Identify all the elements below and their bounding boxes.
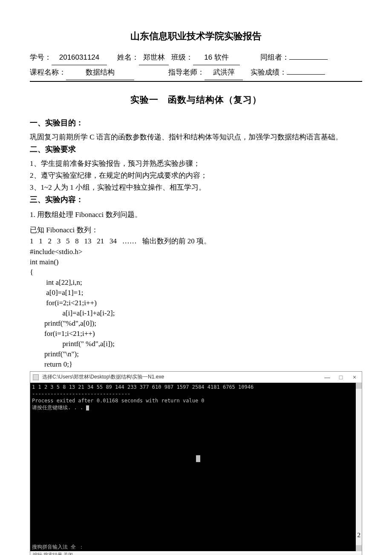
score-label: 实验成绩：: [251, 65, 287, 80]
section-3-heading: 三、实验内容：: [30, 194, 362, 205]
scrollbar-down-icon[interactable]: [356, 545, 362, 551]
report-title: 山东信息职业技术学院实验报告: [30, 30, 362, 43]
minimize-button[interactable]: —: [324, 374, 330, 381]
scrollbar-up-icon[interactable]: [356, 383, 362, 389]
console-line-1: 1 1 2 3 5 8 13 21 34 55 89 144 233 377 6…: [32, 384, 254, 390]
header-divider: [30, 81, 362, 82]
sec2-l3: 3、1~2 人为 1 小组，实验过程中独立操作、相互学习。: [30, 182, 362, 194]
partner-label: 同组者：: [260, 50, 289, 65]
teacher-label: 指导老师：: [168, 65, 205, 80]
class-label: 班级：: [171, 50, 193, 65]
course-value: 数据结构: [66, 65, 134, 80]
student-id-value: 2016031124: [52, 50, 107, 65]
editor-toolbar-fragment: 编辑 搜索结果 关闭: [30, 551, 362, 555]
class-value: 16 软件: [193, 50, 240, 65]
sec3-q2: 已知 Fibonacci 数列：: [30, 224, 362, 236]
header-row-2: 课程名称： 数据结构 指导老师： 武洪萍 实验成绩：: [30, 65, 362, 80]
close-button[interactable]: ×: [352, 374, 357, 381]
section-1-heading: 一、实验目的：: [30, 118, 362, 128]
console-title-text: 选择C:\Users\郑世林\Desktop\数据结构\实验一N1.exe: [42, 373, 324, 381]
course-label: 课程名称：: [30, 65, 66, 80]
section-2-heading: 二、实验要求: [30, 144, 362, 154]
score-value: [287, 74, 325, 75]
sec2-l1: 1、学生提前准备好实验报告，预习并熟悉实验步骤；: [30, 158, 362, 170]
maximize-button[interactable]: □: [338, 374, 344, 381]
console-titlebar[interactable]: 选择C:\Users\郑世林\Desktop\数据结构\实验一N1.exe — …: [30, 372, 362, 383]
console-app-icon: [33, 374, 39, 380]
cursor-icon: [86, 405, 89, 410]
vertical-scrollbar[interactable]: [356, 383, 362, 551]
page-number: 2: [357, 532, 361, 539]
console-line-3: Process exited after 0.01168 seconds wit…: [32, 398, 205, 404]
fibonacci-sequence-line: 1 1 2 3 5 8 13 21 34 …… 输出数列的前 20 项。: [30, 236, 362, 246]
name-label: 姓名：: [117, 50, 139, 65]
console-line-2: --------------------------------: [32, 391, 130, 397]
code-block: #include<stdio.h> int main() { int a[22]…: [30, 247, 362, 370]
sec2-l2: 2、遵守实验室纪律，在规定的时间内完成要求的内容；: [30, 170, 362, 182]
name-value: 郑世林: [139, 50, 169, 65]
console-line-4: 请按任意键继续. . .: [32, 405, 86, 410]
student-id-label: 学号：: [30, 50, 52, 65]
teacher-value: 武洪萍: [205, 65, 243, 80]
experiment-title: 实验一 函数与结构体（复习）: [30, 94, 362, 106]
section-1-p1: 巩固复习前期所学 C 语言的函数参数传递、指针和结构体等知识点，加强学习数据结构…: [30, 131, 362, 143]
console-window: 选择C:\Users\郑世林\Desktop\数据结构\实验一N1.exe — …: [30, 371, 362, 555]
header-row-1: 学号： 2016031124 姓名： 郑世林 班级： 16 软件 同组者：: [30, 50, 362, 65]
partner-value: [289, 59, 328, 60]
text-caret-icon: [196, 455, 200, 462]
sec3-q1: 1. 用数组处理 Fibonacci 数列问题。: [30, 209, 362, 221]
ime-status: 搜狗拼音输入法 全 ：: [32, 543, 84, 550]
console-output[interactable]: 1 1 2 3 5 8 13 21 34 55 89 144 233 377 6…: [30, 383, 362, 551]
